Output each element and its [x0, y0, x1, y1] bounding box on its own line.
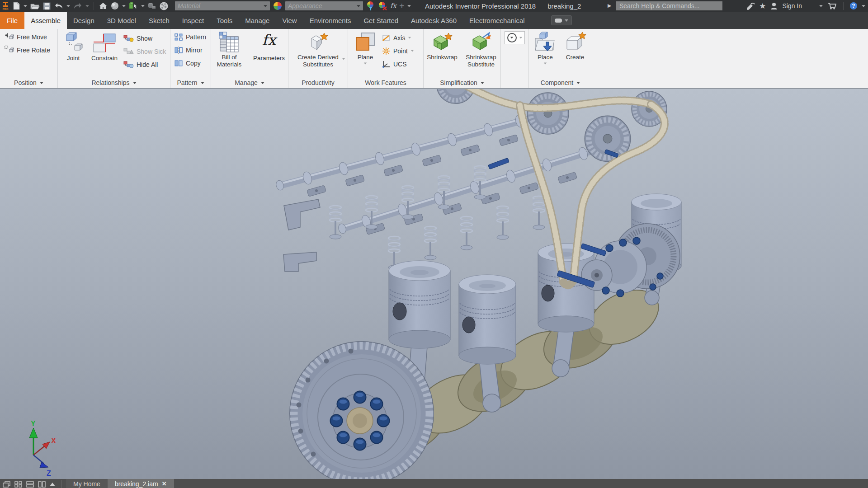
tab-inspect[interactable]: Inspect: [176, 12, 210, 29]
help-caret-icon[interactable]: [862, 5, 865, 7]
store-cart-icon[interactable]: [827, 1, 837, 11]
panel-label-pattern[interactable]: Pattern: [170, 77, 211, 88]
panel-label-productivity[interactable]: Productivity: [288, 77, 348, 88]
tile-horizontal-icon[interactable]: [26, 481, 34, 488]
panel-simplification: Shrinkwrap Shrinkwrap Substitute Simplif…: [424, 29, 501, 88]
show-sick-icon: [123, 47, 134, 56]
flywheel[interactable]: [290, 342, 434, 479]
constrain-button[interactable]: Constrain: [88, 29, 121, 62]
tile-vertical-icon[interactable]: [38, 481, 46, 488]
tab-sketch[interactable]: Sketch: [142, 12, 176, 29]
material-dropdown[interactable]: Material: [175, 1, 270, 10]
hide-all-relationships-button[interactable]: Hide All: [123, 58, 166, 71]
ucs-button[interactable]: UCS: [382, 57, 414, 70]
free-move-button[interactable]: Free Move: [4, 30, 47, 43]
shrinkwrap-button[interactable]: Shrinkwrap: [425, 29, 460, 61]
axis-button[interactable]: Axis: [382, 31, 414, 44]
new-file-caret-icon[interactable]: [24, 5, 27, 7]
pattern-button[interactable]: Pattern: [174, 30, 206, 43]
tab-electromechanical[interactable]: Electromechanical: [463, 12, 531, 29]
shrinkwrap-substitute-button[interactable]: Shrinkwrap Substitute: [462, 29, 500, 68]
expand-tabs-icon[interactable]: [50, 483, 55, 486]
title-bar: PRO: [0, 0, 868, 12]
panel-label-component[interactable]: Component: [529, 77, 592, 88]
cam-sprocket-left[interactable]: [527, 93, 569, 134]
place-component-button[interactable]: Place: [532, 29, 559, 65]
home-button[interactable]: [99, 1, 108, 11]
tab-get-started[interactable]: Get Started: [357, 12, 405, 29]
redo-caret-icon[interactable]: [85, 5, 89, 7]
sign-in-button[interactable]: Sign In: [782, 2, 802, 9]
piston-2[interactable]: [459, 275, 516, 364]
panel-caret-icon: [261, 82, 264, 84]
appearance-dropdown[interactable]: Appearance: [285, 1, 363, 10]
parameters-button[interactable]: fx Parameters: [250, 29, 288, 62]
component-select-button[interactable]: [128, 1, 138, 11]
ribbon-display-toggle[interactable]: [551, 15, 572, 25]
tab-environments[interactable]: Environments: [303, 12, 358, 29]
parameters-quick-icon[interactable]: fx: [390, 2, 396, 10]
tab-autodesk-a360[interactable]: Autodesk A360: [405, 12, 463, 29]
tab-assemble[interactable]: Assemble: [24, 12, 67, 29]
render-sphere-button[interactable]: [110, 1, 119, 11]
communication-center-icon[interactable]: [745, 1, 755, 11]
undo-caret-icon[interactable]: [66, 5, 70, 7]
panel-label-position[interactable]: Position: [0, 77, 57, 88]
sign-in-caret-icon[interactable]: [819, 5, 823, 7]
material-browser-button[interactable]: [159, 1, 169, 11]
gallery-dropdown[interactable]: [505, 31, 525, 44]
user-icon[interactable]: [770, 1, 778, 11]
piston-1[interactable]: [389, 261, 450, 348]
panel-label-simplification[interactable]: Simplification: [424, 77, 500, 88]
my-home-tab[interactable]: My Home: [66, 479, 108, 488]
panel-label-relationships[interactable]: Relationships: [58, 77, 170, 88]
panel-component: Place Create Component: [529, 29, 592, 88]
expand-arrow-icon[interactable]: ▶: [608, 3, 611, 9]
adjust-appearance-button[interactable]: [366, 1, 375, 11]
create-derived-substitutes-button[interactable]: Create Derived Substitutes: [290, 29, 346, 68]
search-input[interactable]: [616, 1, 722, 10]
plus-icon[interactable]: +: [399, 1, 405, 10]
redo-button[interactable]: [73, 1, 83, 11]
tab-design[interactable]: Design: [67, 12, 101, 29]
tab-tools[interactable]: Tools: [210, 12, 239, 29]
undo-button[interactable]: [54, 1, 64, 11]
close-document-icon[interactable]: ✕: [162, 480, 167, 487]
mirror-button[interactable]: Mirror: [174, 43, 203, 56]
cylinders-button[interactable]: [147, 1, 156, 11]
open-button[interactable]: [30, 1, 40, 11]
panel-label-manage[interactable]: Manage: [211, 77, 288, 88]
panel-position: Free Move Free Rotate Position: [0, 29, 58, 88]
copy-button[interactable]: Copy: [174, 56, 201, 70]
gallery-caret-icon: [519, 37, 522, 39]
tab-file[interactable]: File: [0, 12, 24, 29]
save-button[interactable]: [42, 1, 51, 11]
qat-customize-caret-icon[interactable]: [407, 5, 411, 7]
appearance-wheel-icon[interactable]: [273, 1, 283, 11]
plane-button[interactable]: Plane: [352, 29, 379, 65]
cascade-windows-icon[interactable]: [3, 481, 10, 488]
clear-appearance-button[interactable]: [377, 1, 387, 11]
bill-of-materials-button[interactable]: Bill of Materials: [212, 29, 247, 68]
free-rotate-button[interactable]: Free Rotate: [4, 43, 50, 56]
joint-button[interactable]: Joint: [61, 29, 86, 62]
tab-view[interactable]: View: [276, 12, 303, 29]
material-caret-icon: [264, 5, 267, 7]
window-title: Autodesk Inventor Professional 2018 brea…: [425, 0, 581, 12]
create-component-button[interactable]: Create: [561, 29, 589, 61]
new-file-button[interactable]: [12, 1, 21, 11]
show-relationships-button[interactable]: Show: [123, 32, 166, 45]
favorites-star-icon[interactable]: ★: [759, 2, 766, 10]
viewport-3d[interactable]: Y X Z: [0, 89, 868, 479]
tile-windows-icon[interactable]: [14, 481, 22, 488]
inventor-logo-icon[interactable]: PRO: [2, 1, 9, 11]
help-icon[interactable]: ?: [850, 2, 857, 9]
panel-label-work-features[interactable]: Work Features: [348, 77, 423, 88]
tab-manage[interactable]: Manage: [239, 12, 276, 29]
point-button[interactable]: Point: [382, 44, 414, 57]
tab-3d-model[interactable]: 3D Model: [101, 12, 142, 29]
component-caret-icon[interactable]: [141, 5, 145, 7]
document-tab-breaking2[interactable]: breaking_2.iam ✕: [108, 479, 174, 488]
show-sick-button[interactable]: Show Sick: [123, 45, 166, 58]
render-caret-icon[interactable]: [122, 5, 126, 7]
